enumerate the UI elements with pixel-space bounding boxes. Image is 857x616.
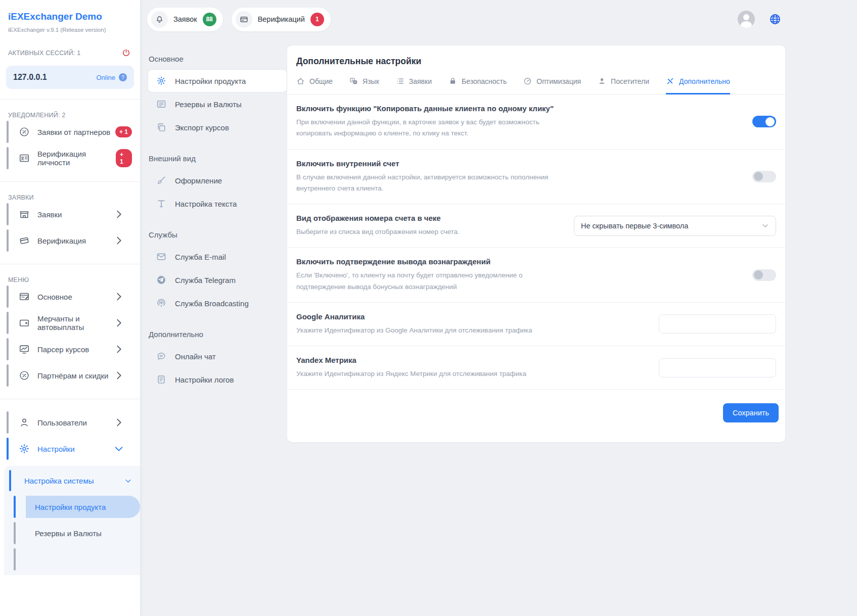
item-label: Заявки — [37, 210, 62, 219]
internal-account-toggle[interactable] — [752, 171, 776, 182]
telegram-icon — [156, 275, 166, 285]
sidebar-item-partners-discounts[interactable]: Партнёрам и скидки — [0, 362, 140, 389]
snav-item-label: Служба Broadcasting — [175, 299, 249, 308]
setting-row-account-number-display: Вид отображения номера счета в чеке Выбе… — [287, 204, 785, 248]
verifications-count-badge: 1 — [310, 13, 324, 26]
tab-label: Посетители — [611, 77, 649, 85]
tab-label: Дополнительно — [679, 77, 730, 85]
tab-label: Язык — [363, 77, 379, 85]
page-title: Дополнительные настройки — [287, 45, 785, 77]
notification-badge: + 1 — [116, 149, 132, 167]
setting-text: Вид отображения номера счета в чеке Выбе… — [296, 214, 460, 238]
sidebar-item-settings[interactable]: Настройки — [0, 436, 140, 462]
snav-item-broadcasting-service[interactable]: Служба Broadcasting — [148, 292, 287, 315]
sidebar-item-users[interactable]: Пользователи — [0, 409, 140, 436]
yandex-metrika-input[interactable] — [659, 358, 776, 377]
copy-client-data-toggle[interactable] — [752, 116, 776, 127]
item-label: Настройка системы — [24, 477, 94, 485]
percent-icon — [19, 126, 30, 137]
tab-label: Оптимизация — [536, 77, 581, 85]
reward-withdrawal-toggle[interactable] — [752, 269, 776, 281]
verifications-pill-button[interactable]: Верификаций 1 — [232, 8, 331, 31]
item-bg: Резервы и Валюты — [26, 522, 140, 544]
tab-security[interactable]: Безопасность — [448, 77, 507, 94]
setting-description: При включении данной функции, в карточке… — [296, 117, 572, 139]
sidebar-item-reserves-currencies[interactable]: Резервы и Валюты — [14, 520, 140, 546]
tab-language[interactable]: Язык — [349, 77, 379, 94]
sidebar-item-merchants[interactable]: Мерчанты и автовыплаты — [0, 310, 140, 336]
sidebar-item-next-partial[interactable] — [14, 547, 140, 572]
sidebar-item-product-settings[interactable]: Настройки продукта — [14, 494, 140, 519]
snav-group-heading: Службы — [149, 230, 287, 239]
text-icon — [156, 199, 166, 209]
brush-icon — [156, 175, 166, 185]
sidebar-item-rate-parser[interactable]: Парсер курсов — [0, 336, 140, 362]
item-bar — [7, 203, 9, 225]
shop-icon — [19, 209, 30, 220]
sidebar-item-requests[interactable]: Заявки — [0, 201, 140, 227]
sidebar-item-verification[interactable]: Верификация — [0, 227, 140, 254]
item-bar — [7, 338, 9, 360]
setting-text: Включить подтверждение вывода вознагражд… — [296, 257, 572, 293]
card-icon — [240, 15, 248, 24]
copy-icon — [156, 122, 166, 132]
setting-description: Если 'Включено', то клиенту на почту буд… — [296, 270, 572, 293]
snav-item-product-settings[interactable]: Настройки продукта — [148, 69, 287, 92]
session-ip: 127.0.0.1 — [13, 73, 47, 82]
item-bar — [14, 496, 16, 518]
list-icon — [396, 77, 404, 85]
save-button[interactable]: Сохранить — [723, 403, 779, 422]
tab-optimization[interactable]: Оптимизация — [523, 77, 581, 94]
gear-icon — [156, 76, 166, 86]
requests-pill-button[interactable]: Заявок 88 — [147, 8, 223, 31]
toggle-knob — [754, 270, 763, 279]
sidebar-item-identity-verification[interactable]: Верификация личности + 1 — [0, 145, 140, 171]
card-tilted-icon — [19, 235, 30, 246]
snav-item-appearance[interactable]: Оформление — [148, 169, 287, 192]
item-label: Верификация личности — [37, 150, 116, 167]
notification-badge: + 1 — [115, 126, 132, 137]
list-card-icon — [156, 99, 166, 109]
snav-item-telegram-service[interactable]: Служба Telegram — [148, 268, 287, 292]
snav-item-rate-export[interactable]: Экспорт курсов — [148, 116, 287, 139]
item-label: Мерчанты и автовыплаты — [37, 314, 113, 331]
avatar[interactable] — [738, 11, 755, 28]
globe-icon[interactable] — [769, 13, 781, 25]
item-label: Настройки продукта — [35, 503, 106, 511]
item-bar — [9, 470, 11, 491]
tab-requests[interactable]: Заявки — [396, 77, 432, 94]
account-number-display-select[interactable]: Не скрывать первые 3-символа — [574, 216, 776, 236]
item-bar — [7, 147, 9, 169]
log-icon — [156, 374, 166, 385]
snav-item-online-chat[interactable]: Онлайн чат — [148, 345, 287, 368]
snav-item-label: Настройки логов — [175, 375, 234, 384]
help-icon[interactable]: ? — [119, 73, 127, 81]
chevron-right-icon — [113, 370, 124, 381]
tab-label: Безопасность — [462, 77, 507, 85]
tab-general[interactable]: Общие — [296, 77, 333, 94]
user-icon — [598, 77, 606, 85]
sessions-heading: АКТИВНЫХ СЕССИЙ: 1 — [0, 48, 140, 58]
power-icon[interactable] — [121, 48, 131, 58]
sidebar-item-main[interactable]: Основное — [0, 283, 140, 310]
tab-visitors[interactable]: Посетители — [598, 77, 649, 94]
setting-description: Укажите Идентификатор из Google Аналитик… — [296, 325, 532, 336]
chevron-right-icon — [113, 235, 124, 246]
setting-title: Включить функцию "Копировать данные клие… — [296, 104, 572, 113]
snav-group-heading: Дополнительно — [149, 330, 287, 339]
snav-item-label: Служба Telegram — [175, 276, 236, 285]
gear-icon — [19, 443, 30, 454]
snav-item-text-settings[interactable]: Настройка текста — [148, 192, 287, 215]
google-analytics-input[interactable] — [659, 314, 776, 334]
snav-item-log-settings[interactable]: Настройки логов — [148, 368, 287, 391]
window-icon — [19, 291, 30, 302]
tab-additional[interactable]: Дополнительно — [666, 77, 730, 94]
snav-item-reserves-currencies[interactable]: Резервы и Валюты — [148, 92, 287, 116]
sidebar-item-system-settings[interactable]: Настройка системы — [4, 468, 140, 493]
tab-label: Заявки — [409, 77, 432, 85]
snav-item-email-service[interactable]: Служба E-mail — [148, 245, 287, 268]
toggle-knob — [754, 172, 763, 181]
sessions-heading-label: АКТИВНЫХ СЕССИЙ: 1 — [8, 50, 80, 57]
session-item[interactable]: 127.0.0.1 Online ? — [6, 66, 134, 89]
sidebar-item-partner-requests[interactable]: Заявки от партнеров + 1 — [0, 119, 140, 145]
